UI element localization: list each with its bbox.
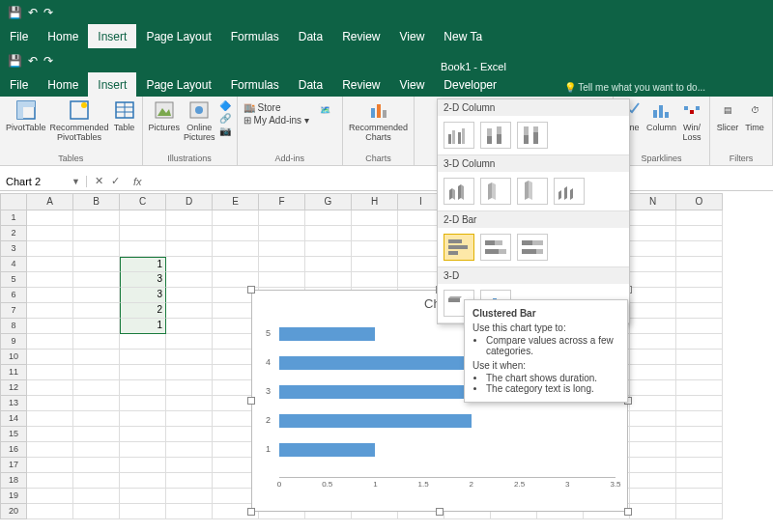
cell[interactable] [630,272,676,288]
menu-tab-page-layout[interactable]: Page Layout [136,72,220,97]
cell[interactable] [676,241,723,257]
cell[interactable] [630,442,676,458]
menu-tab-new-ta[interactable]: New Ta [434,24,492,48]
cell[interactable] [120,411,166,427]
cell[interactable] [676,396,723,411]
undo-icon[interactable]: ↶ [28,54,38,68]
table-button[interactable]: Table [113,98,136,132]
cell[interactable] [630,396,676,411]
cell[interactable]: 2 [120,303,166,319]
cell[interactable] [630,380,676,396]
cell[interactable] [259,210,305,226]
cell[interactable] [630,504,676,519]
cell[interactable] [27,257,73,272]
cell[interactable] [120,396,166,411]
timeline-button[interactable]: ⏱Time [743,98,766,132]
menu-tab-file[interactable]: File [0,72,38,97]
cell[interactable] [676,210,723,226]
row-header[interactable]: 16 [0,442,27,458]
cell[interactable] [676,319,723,334]
column-header[interactable]: D [166,193,213,210]
cell[interactable] [352,210,398,226]
cell[interactable] [630,288,676,303]
cell[interactable] [27,272,73,288]
cell[interactable]: 1 [120,319,166,334]
tell-me-search[interactable]: 💡 Tell me what you want to do... [564,82,705,93]
cell[interactable] [676,257,723,272]
cell[interactable] [166,334,213,350]
cell[interactable] [73,319,120,334]
cell[interactable] [166,458,213,473]
menu-tab-view[interactable]: View [390,24,435,48]
resize-handle[interactable] [624,508,632,516]
resize-handle[interactable] [247,286,255,294]
column-header[interactable]: F [259,193,305,210]
cell[interactable] [259,226,305,241]
redo-icon[interactable]: ↷ [43,54,53,68]
cell[interactable] [676,473,723,489]
cell[interactable] [73,442,120,458]
row-header[interactable]: 6 [0,288,27,303]
menu-tab-developer[interactable]: Developer [434,72,506,97]
row-header[interactable]: 5 [0,272,27,288]
cell[interactable] [73,489,120,504]
3d-clustered-column-icon[interactable] [444,178,474,205]
recommended-charts-button[interactable]: Recommended Charts [349,98,408,142]
cell[interactable] [166,319,213,334]
row-header[interactable]: 2 [0,226,27,241]
cell[interactable] [676,226,723,241]
cell[interactable] [27,473,73,489]
cell[interactable] [676,303,723,319]
row-header[interactable]: 12 [0,380,27,396]
cell[interactable] [676,350,723,365]
cell[interactable] [676,411,723,427]
3d-stacked-column-icon[interactable] [480,178,511,205]
shapes-button[interactable]: 🔷 [219,100,231,111]
cell[interactable] [630,210,676,226]
cell[interactable] [120,489,166,504]
cell[interactable] [166,226,213,241]
cell[interactable] [630,411,676,427]
save-icon[interactable]: 💾 [8,54,22,68]
menu-tab-data[interactable]: Data [289,24,332,48]
chart-bar[interactable] [279,443,375,457]
cell[interactable] [120,226,166,241]
cell[interactable] [213,210,259,226]
cell[interactable] [27,288,73,303]
cancel-formula-icon[interactable]: ✕ [95,175,103,187]
cell[interactable] [120,334,166,350]
cell[interactable] [166,210,213,226]
cell[interactable] [630,319,676,334]
cell[interactable] [630,489,676,504]
menu-tab-home[interactable]: Home [38,24,88,48]
cell[interactable]: 1 [120,257,166,272]
undo-icon[interactable]: ↶ [28,6,38,19]
cell[interactable] [166,380,213,396]
cell[interactable] [166,272,213,288]
cell[interactable] [166,473,213,489]
menu-tab-review[interactable]: Review [332,72,389,97]
column-header[interactable]: N [630,193,676,210]
cell[interactable] [676,334,723,350]
cell[interactable] [305,241,352,257]
cell[interactable] [27,458,73,473]
cell[interactable] [166,504,213,519]
column-header[interactable]: B [73,193,120,210]
cell[interactable] [213,241,259,257]
cell[interactable] [73,458,120,473]
bing-maps-button[interactable]: 🗺️ [313,98,336,122]
cell[interactable] [166,365,213,380]
fx-label[interactable]: fx [128,176,148,187]
menu-tab-view[interactable]: View [390,72,435,97]
cell[interactable] [166,442,213,458]
cell[interactable]: 3 [120,272,166,288]
row-header[interactable]: 9 [0,334,27,350]
cell[interactable] [120,210,166,226]
row-header[interactable]: 8 [0,319,27,334]
cell[interactable] [120,442,166,458]
cell[interactable] [676,504,723,519]
select-all-corner[interactable] [0,193,27,210]
resize-handle[interactable] [436,508,444,516]
cell[interactable] [27,241,73,257]
my-addins-button[interactable]: ⊞ My Add-ins ▾ [243,115,309,126]
